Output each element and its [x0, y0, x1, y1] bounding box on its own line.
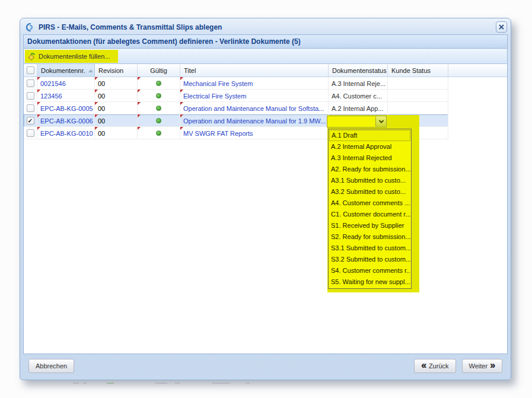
background-artifact	[73, 383, 79, 384]
cancel-label: Abbrechen	[36, 362, 67, 370]
fill-list-icon	[27, 52, 36, 61]
dropdown-option[interactable]: S1. Received by Supplier	[329, 220, 410, 231]
row-checkbox[interactable]	[27, 92, 34, 100]
dropdown-option[interactable]: S3.2 Submitted to custom...	[329, 254, 410, 265]
title-cell[interactable]: MV SWGR FAT Reports	[180, 127, 329, 139]
title-cell[interactable]: Operation and Maintenance Manual for Sof…	[180, 102, 329, 114]
title-bar: PIRS - E-Mails, Comments & Transmittal S…	[20, 18, 511, 34]
column-label: Revision	[98, 67, 123, 74]
column-header-filler	[448, 64, 507, 77]
document-number-cell[interactable]: EPC-AB-KG-0005	[37, 102, 95, 114]
next-button[interactable]: Weiter»	[462, 359, 503, 373]
document-number-cell[interactable]: 123456	[37, 90, 95, 102]
document-number-cell[interactable]: EPC-AB-KG-0010	[37, 127, 95, 139]
toolbar: Dokumentenliste füllen...	[24, 49, 507, 64]
pirs-logo-icon	[26, 23, 35, 32]
dropdown-option[interactable]: A3.2 Submitted to custo...	[329, 186, 410, 198]
valid-status-icon	[156, 81, 161, 86]
dropdown-option[interactable]: S4. Customer comments r...	[329, 265, 410, 276]
dropdown-option[interactable]: A.1 Draft	[329, 130, 410, 141]
valid-status-icon	[156, 130, 161, 136]
valid-status-icon	[156, 106, 161, 111]
row-checkbox-cell	[24, 127, 37, 139]
valid-cell	[138, 90, 180, 102]
title-cell[interactable]: Mechanical Fire System	[180, 77, 329, 90]
column-header-dokumentenstatus[interactable]: Dokumentenstatus	[329, 64, 388, 77]
cancel-button[interactable]: Abbrechen	[28, 359, 74, 373]
document-number-cell[interactable]: EPC-AB-KG-0006	[37, 114, 95, 127]
combobox-value[interactable]	[327, 116, 375, 127]
content-panel: Dokumentaktionen (für abelegtes Comment)…	[23, 34, 508, 354]
valid-cell	[138, 127, 180, 139]
column-header-titel[interactable]: Titel	[180, 64, 329, 77]
dialog-window: PIRS - E-Mails, Comments & Transmittal S…	[20, 18, 511, 380]
chevron-down-icon	[378, 119, 384, 124]
combobox-dropdown-button[interactable]	[375, 116, 386, 127]
dropdown-option[interactable]: A4. Customer comments ...	[329, 198, 410, 209]
documents-grid: Dokumentennr. Revision Gültig Titel Doku…	[24, 64, 507, 354]
dropdown-option[interactable]: S2. Ready for submission...	[329, 231, 410, 243]
row-checkbox[interactable]	[27, 129, 34, 137]
column-label: Titel	[184, 67, 196, 74]
close-button[interactable]	[496, 21, 507, 33]
column-label: Gültig	[150, 67, 167, 74]
dropdown-option[interactable]: A3.1 Submitted to custo...	[329, 175, 410, 186]
column-header-select-all[interactable]	[24, 64, 37, 77]
double-chevron-right-icon: »	[490, 361, 495, 370]
document-status-cell[interactable]: A.2 Internal App...	[329, 102, 388, 114]
row-checkbox-cell	[24, 102, 37, 114]
column-header-revision[interactable]: Revision	[95, 64, 138, 77]
status-dropdown-list: A.1 Draft A.2 Internal Approval A.3 Inte…	[328, 129, 412, 289]
background-artifact	[155, 383, 167, 384]
footer-bar: Abbrechen «Zurück Weiter»	[20, 354, 511, 380]
column-label: Dokumentennr.	[41, 67, 85, 74]
dropdown-option[interactable]: S5. Waiting for new suppl...	[329, 276, 410, 288]
revision-cell: 00	[95, 102, 138, 114]
column-label: Dokumentenstatus	[332, 67, 387, 74]
dropdown-option[interactable]: A2. Ready for submission...	[329, 164, 410, 175]
revision-cell: 00	[95, 77, 138, 90]
document-status-cell[interactable]: A.3 Internal Reje...	[329, 77, 388, 90]
fill-button-label: Dokumentenliste füllen...	[39, 53, 110, 60]
document-status-cell[interactable]: A4. Customer c...	[329, 90, 388, 102]
valid-cell	[138, 114, 180, 127]
table-row[interactable]: EPC-AB-KG-0005 00 Operation and Maintena…	[24, 102, 448, 114]
column-header-dokumentennr[interactable]: Dokumentennr.	[37, 64, 95, 77]
back-label: Zurück	[429, 362, 449, 370]
customer-status-cell[interactable]	[388, 77, 448, 90]
row-checkbox[interactable]: ✓	[27, 117, 34, 125]
select-all-checkbox[interactable]	[27, 66, 34, 74]
row-checkbox-cell	[24, 90, 37, 102]
valid-status-icon	[156, 93, 161, 98]
dropdown-option[interactable]: S3.1 Submitted to custom...	[329, 243, 410, 254]
table-row[interactable]: 123456 00 Electrical Fire System A4. Cus…	[24, 90, 448, 102]
background-artifact	[175, 383, 180, 384]
revision-cell: 00	[95, 114, 138, 127]
close-icon	[499, 24, 504, 30]
row-checkbox-cell: ✓	[24, 114, 37, 127]
title-cell[interactable]: Electrical Fire System	[180, 90, 329, 102]
grid-header: Dokumentennr. Revision Gültig Titel Doku…	[24, 64, 507, 77]
customer-status-cell[interactable]	[388, 102, 448, 114]
valid-cell	[138, 77, 180, 90]
column-header-kunde-status[interactable]: Kunde Status	[388, 64, 448, 77]
title-cell[interactable]: Operation and Maintenance Manual for 1.9…	[180, 114, 329, 127]
fill-document-list-button[interactable]: Dokumentenliste füllen...	[25, 50, 118, 63]
row-checkbox[interactable]	[27, 79, 34, 87]
table-row[interactable]: 0021546 00 Mechanical Fire System A.3 In…	[24, 77, 448, 90]
dropdown-option[interactable]: A.3 Internal Rejected	[329, 152, 410, 164]
panel-header-title: Dokumentaktionen (für abelegtes Comment)…	[24, 35, 507, 49]
background-artifact	[246, 383, 250, 384]
dropdown-option[interactable]: A.2 Internal Approval	[329, 141, 410, 152]
document-number-cell[interactable]: 0021546	[37, 77, 95, 90]
status-combobox[interactable]	[327, 116, 387, 128]
background-artifact	[83, 383, 87, 384]
back-button[interactable]: «Zurück	[414, 359, 456, 373]
next-label: Weiter	[469, 362, 488, 370]
row-checkbox[interactable]	[27, 104, 34, 112]
customer-status-cell[interactable]	[388, 90, 448, 102]
double-chevron-left-icon: «	[421, 361, 426, 370]
column-header-gueltig[interactable]: Gültig	[138, 64, 180, 77]
dropdown-option[interactable]: C1. Customer document r...	[329, 209, 410, 220]
valid-status-icon	[156, 118, 161, 123]
